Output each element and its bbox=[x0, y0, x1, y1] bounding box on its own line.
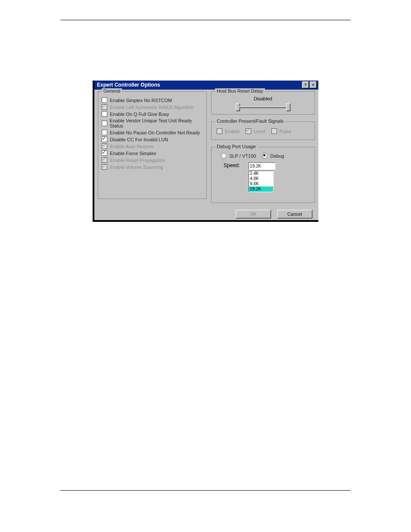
list-item[interactable]: 2.4K bbox=[249, 171, 273, 176]
radio-debug[interactable]: Debug bbox=[262, 153, 284, 159]
dialog-window: Expert Controller Options ? × General En… bbox=[93, 81, 318, 222]
slider-track-line bbox=[240, 106, 287, 108]
group-debug-label: Debug Port Usage bbox=[215, 144, 258, 149]
group-general: General Enable Simplex No RSTCOM Enable … bbox=[98, 91, 207, 199]
group-general-label: General bbox=[102, 88, 122, 93]
speed-input[interactable]: 19.2K bbox=[249, 162, 275, 170]
opt-disable-cc[interactable]: Disable CC For Invalid LUN bbox=[102, 137, 203, 142]
window-title: Expert Controller Options bbox=[97, 82, 160, 88]
dialog-buttons: OK Cancel bbox=[94, 210, 318, 220]
radio-icon[interactable] bbox=[221, 153, 227, 159]
close-icon[interactable]: × bbox=[310, 81, 317, 88]
list-item[interactable]: 4.8K bbox=[249, 176, 273, 181]
slider-thumb-right[interactable] bbox=[286, 103, 290, 111]
label: Enable Left Symmetric RAID5 Algorithm bbox=[110, 105, 194, 110]
signals-enable: Enable bbox=[217, 128, 240, 134]
label: Enable Vendor Unique Test Unit Ready Sta… bbox=[110, 118, 203, 128]
label: Enable On Q Full Give Busy bbox=[110, 112, 169, 117]
radio-slp-vt100[interactable]: SLP / VT100 bbox=[221, 153, 256, 159]
opt-reset-propagation: Enable Reset Propagation bbox=[102, 157, 203, 163]
signals-level: Level bbox=[246, 128, 265, 134]
speed-listbox[interactable]: 2.4K 4.8K 9.6K 19.2K bbox=[249, 171, 274, 192]
cancel-button[interactable]: Cancel bbox=[277, 210, 312, 218]
label: Enable bbox=[225, 129, 240, 134]
checkbox-icon[interactable] bbox=[102, 130, 107, 135]
ok-button: OK bbox=[236, 210, 271, 218]
checkbox-icon bbox=[271, 128, 277, 134]
label: Enable No Pause On Controller Not Ready bbox=[110, 130, 200, 135]
label: Enable Simplex No RSTCOM bbox=[110, 98, 172, 103]
label: Enable Force Simplex bbox=[110, 151, 156, 156]
dialog-body: General Enable Simplex No RSTCOM Enable … bbox=[94, 90, 318, 210]
checkbox-icon bbox=[102, 164, 107, 170]
group-signals-label: Controller Present/Fault Signals bbox=[215, 118, 285, 124]
titlebar: Expert Controller Options ? × bbox=[94, 81, 318, 90]
host-bus-status: Disabled bbox=[215, 96, 311, 101]
checkbox-icon[interactable] bbox=[102, 137, 107, 142]
checkbox-icon bbox=[217, 128, 222, 134]
checkbox-icon bbox=[102, 157, 107, 163]
label: Enable Reset Propagation bbox=[110, 158, 165, 163]
opt-q-full-busy[interactable]: Enable On Q Full Give Busy bbox=[102, 111, 203, 117]
checkbox-icon[interactable] bbox=[102, 150, 107, 156]
opt-volume-spanning: Enable Volume Spanning bbox=[102, 164, 203, 170]
group-debug-port: Debug Port Usage SLP / VT100 Debug Speed… bbox=[211, 147, 315, 203]
list-item[interactable]: 9.6K bbox=[249, 181, 273, 187]
label: Enable Auto Restore bbox=[110, 144, 153, 149]
opt-force-simplex[interactable]: Enable Force Simplex bbox=[102, 150, 203, 156]
opt-simplex-no-rstcom[interactable]: Enable Simplex No RSTCOM bbox=[102, 97, 203, 103]
label: Enable Volume Spanning bbox=[110, 165, 163, 170]
opt-vendor-test-unit[interactable]: Enable Vendor Unique Test Unit Ready Sta… bbox=[102, 118, 203, 128]
group-controller-signals: Controller Present/Fault Signals Enable … bbox=[211, 121, 315, 140]
radio-icon[interactable] bbox=[262, 153, 268, 159]
checkbox-icon bbox=[102, 104, 107, 110]
checkbox-icon bbox=[102, 143, 107, 149]
label: Level bbox=[254, 129, 265, 134]
label: Debug bbox=[270, 153, 284, 159]
label: Pulse bbox=[280, 129, 292, 134]
help-icon[interactable]: ? bbox=[302, 81, 309, 88]
opt-left-symmetric-raid5: Enable Left Symmetric RAID5 Algorithm bbox=[102, 104, 203, 110]
list-item[interactable]: 19.2K bbox=[249, 187, 273, 192]
group-host-bus-label: Host Bus Reset Delay bbox=[215, 88, 265, 93]
speed-label: Speed: bbox=[224, 162, 240, 168]
opt-auto-restore: Enable Auto Restore bbox=[102, 143, 203, 149]
page-bottom-rule bbox=[60, 490, 351, 491]
titlebar-buttons: ? × bbox=[302, 81, 317, 88]
checkbox-icon bbox=[246, 128, 251, 134]
checkbox-icon[interactable] bbox=[102, 111, 107, 117]
page-top-rule bbox=[60, 20, 351, 20]
opt-no-pause[interactable]: Enable No Pause On Controller Not Ready bbox=[102, 130, 203, 135]
group-host-bus-reset-delay: Host Bus Reset Delay Disabled bbox=[211, 91, 315, 115]
signals-pulse: Pulse bbox=[271, 128, 292, 134]
checkbox-icon[interactable] bbox=[102, 97, 107, 103]
host-bus-slider[interactable] bbox=[215, 104, 311, 111]
checkbox-icon[interactable] bbox=[102, 121, 107, 126]
label: SLP / VT100 bbox=[229, 153, 256, 159]
label: Disable CC For Invalid LUN bbox=[110, 137, 168, 142]
